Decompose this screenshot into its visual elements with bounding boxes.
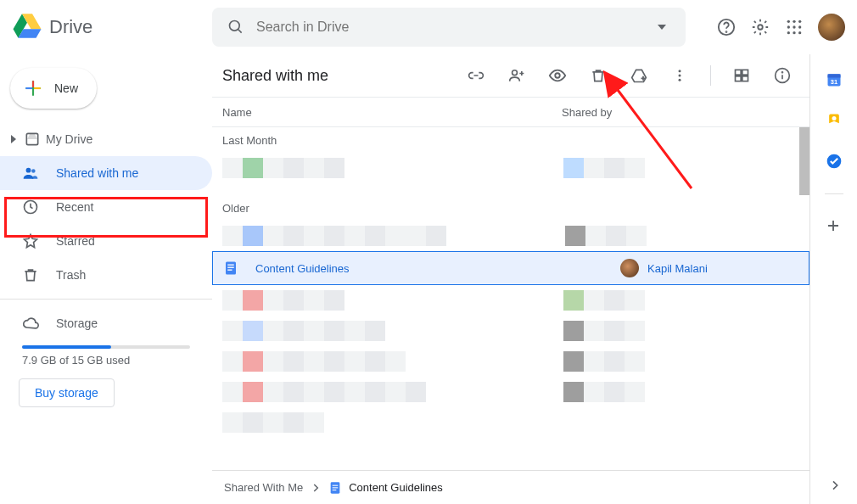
svg-rect-31 xyxy=(227,265,234,266)
svg-point-19 xyxy=(555,73,560,78)
preview-eye-icon[interactable] xyxy=(547,65,568,86)
new-button[interactable]: New xyxy=(10,68,97,109)
sidebar-item-shared-with-me[interactable]: Shared with me xyxy=(0,156,212,190)
sidebar-item-trash[interactable]: Trash xyxy=(0,258,212,292)
svg-rect-23 xyxy=(736,70,742,75)
plus-icon xyxy=(22,77,44,99)
blurred-file-row[interactable] xyxy=(212,316,809,346)
svg-rect-30 xyxy=(226,262,236,275)
file-row-selected[interactable]: Content Guidelines Kapil Malani xyxy=(212,251,809,285)
blurred-file-row[interactable] xyxy=(212,285,809,316)
keep-app-icon[interactable] xyxy=(826,112,843,129)
app-name: Drive xyxy=(49,16,92,38)
blurred-file-row[interactable] xyxy=(212,221,809,251)
sidebar-item-recent[interactable]: Recent xyxy=(0,190,212,224)
add-to-drive-icon[interactable] xyxy=(629,65,649,86)
svg-rect-33 xyxy=(227,270,232,271)
sidebar-item-starred[interactable]: Starred xyxy=(0,224,212,258)
google-docs-icon xyxy=(328,481,342,495)
tasks-app-icon[interactable] xyxy=(826,153,843,170)
breadcrumb-current[interactable]: Content Guidelines xyxy=(349,481,443,494)
svg-rect-32 xyxy=(227,267,234,268)
blurred-file-row[interactable] xyxy=(212,407,809,438)
svg-point-3 xyxy=(726,31,727,32)
shared-by-cell: Kapil Malani xyxy=(620,259,798,277)
section-header-older: Older xyxy=(212,195,809,221)
app-header: Drive xyxy=(0,0,857,54)
side-panel: 31 xyxy=(810,54,857,504)
sidebar-item-storage[interactable]: Storage xyxy=(0,306,212,340)
buy-storage-button[interactable]: Buy storage xyxy=(19,378,115,407)
breadcrumb: Shared With Me Content Guidelines xyxy=(212,470,809,504)
new-button-label: New xyxy=(54,81,78,95)
sidebar-item-label: Recent xyxy=(56,200,93,214)
section-header-last-month: Last Month xyxy=(212,127,809,153)
remove-trash-icon[interactable] xyxy=(588,65,608,86)
column-name-header[interactable]: Name xyxy=(222,106,562,119)
blurred-file-row[interactable] xyxy=(212,153,809,183)
sidebar-item-label: Starred xyxy=(56,234,95,248)
star-icon xyxy=(22,232,39,249)
svg-point-16 xyxy=(31,169,36,173)
get-addons-plus-icon[interactable] xyxy=(826,218,843,235)
svg-point-5 xyxy=(787,20,790,23)
storage-progress-bar xyxy=(22,345,190,349)
svg-point-6 xyxy=(793,20,795,23)
svg-rect-37 xyxy=(333,490,337,490)
get-link-icon[interactable] xyxy=(466,65,486,86)
svg-rect-25 xyxy=(736,76,742,81)
search-bar[interactable] xyxy=(212,8,686,47)
svg-rect-26 xyxy=(742,76,748,81)
shared-with-me-icon xyxy=(22,165,39,182)
search-input[interactable] xyxy=(256,20,641,35)
search-icon xyxy=(226,17,246,37)
svg-point-42 xyxy=(832,116,836,120)
column-headers: Name Shared by xyxy=(212,97,809,127)
side-panel-toggle-icon[interactable] xyxy=(828,479,842,492)
share-person-add-icon[interactable] xyxy=(507,65,527,86)
page-title: Shared with me xyxy=(222,67,466,85)
svg-point-7 xyxy=(798,20,801,23)
file-action-toolbar xyxy=(466,65,793,86)
svg-point-0 xyxy=(230,21,240,31)
view-details-info-icon[interactable] xyxy=(772,65,793,86)
more-actions-icon[interactable] xyxy=(669,65,690,86)
svg-text:31: 31 xyxy=(830,78,837,86)
svg-point-15 xyxy=(26,168,31,173)
logo-area[interactable]: Drive xyxy=(12,12,205,42)
svg-point-11 xyxy=(787,31,790,34)
storage-used-text: 7.9 GB of 15 GB used xyxy=(22,354,190,367)
column-shared-by-header[interactable]: Shared by xyxy=(562,106,612,119)
help-icon[interactable] xyxy=(716,17,737,37)
sidebar-divider xyxy=(0,299,212,300)
svg-point-9 xyxy=(793,25,795,28)
toolbar-separator xyxy=(710,65,711,86)
recent-clock-icon xyxy=(22,199,39,216)
breadcrumb-root[interactable]: Shared With Me xyxy=(224,481,303,494)
main-area: Shared with me Name Shared by Last Month… xyxy=(212,54,810,504)
scrollbar-thumb[interactable] xyxy=(799,127,809,195)
file-name: Content Guidelines xyxy=(255,262,620,275)
apps-grid-icon[interactable] xyxy=(784,17,804,37)
sidebar: New My Drive Shared with me Recent Starr… xyxy=(0,54,212,504)
svg-point-20 xyxy=(679,70,681,72)
svg-rect-35 xyxy=(333,484,339,485)
sharer-avatar xyxy=(620,259,639,277)
settings-gear-icon[interactable] xyxy=(750,17,770,37)
file-list[interactable]: Last Month Older Content Guidelines Kapi… xyxy=(212,127,809,470)
expand-caret-icon[interactable] xyxy=(8,134,19,144)
sidebar-item-my-drive[interactable]: My Drive xyxy=(0,122,212,156)
sharer-name: Kapil Malani xyxy=(647,262,708,275)
view-layout-grid-icon[interactable] xyxy=(731,65,752,86)
search-options-dropdown-icon[interactable] xyxy=(652,17,672,37)
side-panel-divider xyxy=(825,193,843,194)
svg-point-22 xyxy=(679,79,681,81)
svg-rect-40 xyxy=(827,74,840,77)
sidebar-item-label: Shared with me xyxy=(56,166,138,180)
blurred-file-row[interactable] xyxy=(212,377,809,407)
sidebar-item-label: My Drive xyxy=(46,132,92,146)
account-avatar[interactable] xyxy=(818,14,845,41)
svg-point-21 xyxy=(679,75,681,77)
calendar-app-icon[interactable]: 31 xyxy=(826,71,843,88)
blurred-file-row[interactable] xyxy=(212,346,809,377)
